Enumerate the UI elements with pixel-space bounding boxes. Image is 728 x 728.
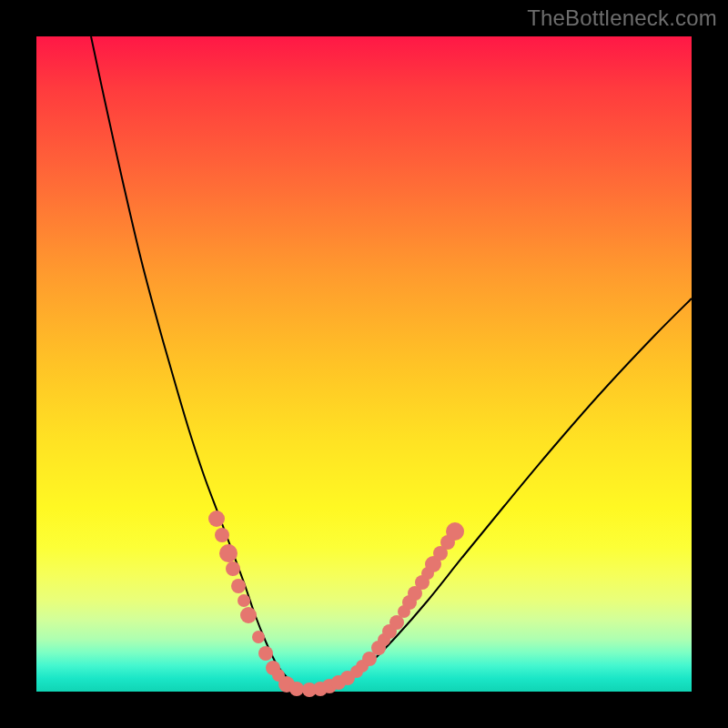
marker-dot (215, 528, 229, 542)
chart-svg (36, 36, 692, 692)
marker-dot (226, 561, 240, 576)
marker-dot (289, 682, 304, 696)
marker-dot (231, 579, 246, 593)
marker-dot (219, 544, 238, 562)
marker-dot (252, 631, 265, 643)
chart-frame: TheBottleneck.com (0, 0, 728, 728)
marker-dot (258, 646, 273, 661)
curve-path (91, 36, 692, 690)
marker-dot (208, 511, 225, 527)
bottleneck-curve (91, 36, 692, 690)
watermark-text: TheBottleneck.com (527, 5, 717, 31)
plot-area (36, 36, 692, 692)
marker-dot (240, 607, 257, 623)
marker-dot (238, 594, 250, 607)
marker-dot (446, 522, 464, 541)
